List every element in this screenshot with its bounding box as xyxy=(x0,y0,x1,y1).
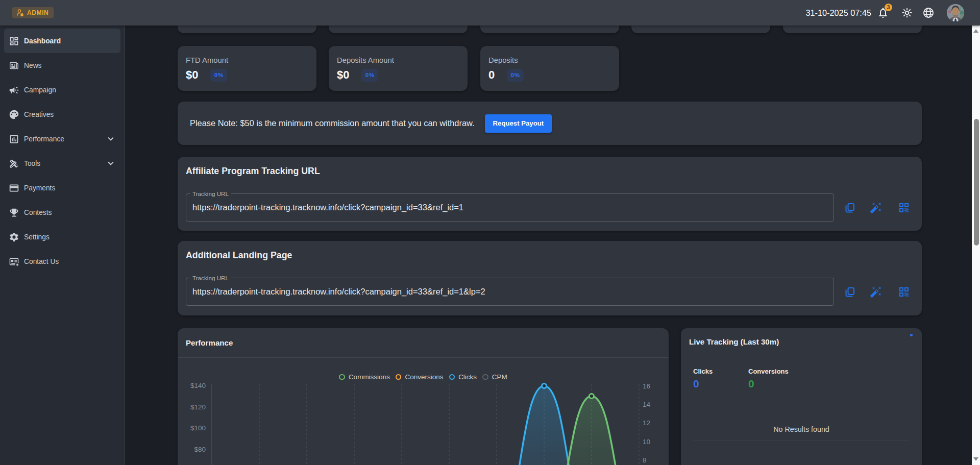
svg-text:$120: $120 xyxy=(190,403,206,411)
svg-text:14: 14 xyxy=(643,401,651,408)
svg-text:10: 10 xyxy=(643,438,650,446)
svg-text:8: 8 xyxy=(643,456,647,464)
svg-text:12: 12 xyxy=(643,419,650,427)
svg-text:$80: $80 xyxy=(194,446,206,453)
svg-text:16: 16 xyxy=(643,382,650,390)
svg-text:$100: $100 xyxy=(190,424,206,432)
svg-text:$140: $140 xyxy=(190,382,206,389)
